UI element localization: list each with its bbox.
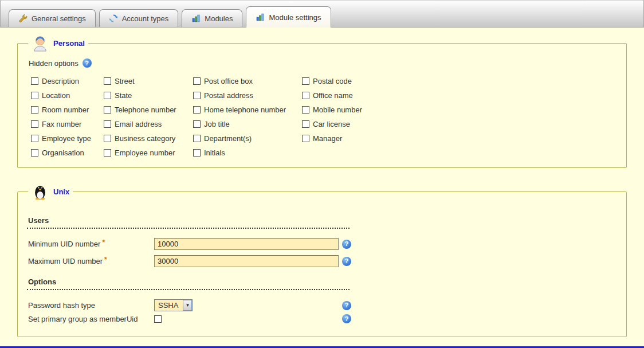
- checkbox[interactable]: [104, 135, 111, 142]
- checkbox-label: Employee type: [42, 134, 91, 143]
- hidden-option-mobile-number[interactable]: Mobile number: [302, 105, 617, 114]
- min-uid-input[interactable]: [154, 238, 339, 250]
- member-uid-label: Set primary group as memberUid: [28, 315, 154, 323]
- checkbox[interactable]: [31, 77, 38, 85]
- checkbox[interactable]: [104, 106, 111, 114]
- checkbox[interactable]: [104, 92, 111, 99]
- checkbox-label: Employee number: [115, 148, 175, 157]
- hidden-option-postal-address[interactable]: Postal address: [193, 91, 302, 100]
- checkbox-label: Location: [42, 91, 70, 100]
- unix-title: Unix: [53, 187, 69, 196]
- tab-label: Module settings: [269, 13, 321, 22]
- checkbox[interactable]: [104, 120, 111, 128]
- checkbox-label: Room number: [42, 105, 89, 114]
- password-hash-select[interactable]: SSHA: [154, 299, 193, 311]
- checkbox-label: Telephone number: [115, 105, 176, 114]
- hidden-option-business-category[interactable]: Business category: [104, 134, 193, 143]
- hidden-option-employee-type[interactable]: Employee type: [31, 134, 104, 143]
- checkbox-label: Business category: [115, 134, 175, 143]
- checkbox[interactable]: [302, 92, 309, 99]
- selected-value: SSHA: [155, 300, 183, 311]
- checkbox[interactable]: [193, 120, 201, 128]
- hidden-option-fax-number[interactable]: Fax number: [31, 120, 104, 128]
- person-icon: [32, 34, 49, 52]
- help-icon[interactable]: [342, 257, 351, 266]
- hidden-option-job-title[interactable]: Job title: [193, 120, 302, 128]
- hidden-option-initials[interactable]: Initials: [193, 148, 302, 157]
- member-uid-checkbox[interactable]: [154, 315, 162, 323]
- tab-account-types[interactable]: Account types: [99, 9, 179, 27]
- member-uid-row: Set primary group as memberUid: [27, 314, 617, 323]
- tab-modules[interactable]: Modules: [182, 9, 242, 27]
- hidden-option-location[interactable]: Location: [31, 91, 104, 100]
- hidden-option-room-number[interactable]: Room number: [31, 105, 104, 114]
- checkbox[interactable]: [31, 135, 38, 142]
- hidden-option-post-office-box[interactable]: Post office box: [193, 77, 302, 85]
- hidden-option-manager[interactable]: Manager: [302, 134, 617, 143]
- checkbox[interactable]: [193, 106, 201, 114]
- checkbox-label: State: [115, 91, 132, 100]
- required-marker: *: [104, 256, 107, 264]
- checkbox-label: Postal code: [313, 77, 352, 85]
- checkbox[interactable]: [302, 135, 309, 142]
- checkbox[interactable]: [104, 77, 111, 85]
- tab-module-settings[interactable]: Module settings: [246, 6, 331, 28]
- help-icon[interactable]: [342, 314, 351, 323]
- hidden-option-street[interactable]: Street: [104, 77, 193, 85]
- password-hash-row: Password hash type SSHA: [27, 299, 617, 311]
- checkbox-label: Email address: [115, 120, 162, 128]
- checkbox-label: Description: [42, 77, 79, 85]
- checkbox[interactable]: [193, 149, 201, 157]
- checkbox-label: Job title: [204, 120, 230, 128]
- checkbox[interactable]: [302, 120, 309, 128]
- checkbox[interactable]: [31, 149, 38, 157]
- checkbox[interactable]: [193, 92, 201, 99]
- hidden-option-email-address[interactable]: Email address: [104, 120, 193, 128]
- checkbox[interactable]: [104, 149, 111, 157]
- unix-legend: Unix: [28, 183, 73, 200]
- hidden-option-postal-code[interactable]: Postal code: [302, 77, 617, 85]
- max-uid-row: Maximum UID number*: [27, 255, 617, 267]
- checkbox[interactable]: [302, 106, 309, 114]
- checkbox-label: Postal address: [204, 91, 253, 100]
- checkbox[interactable]: [31, 120, 38, 128]
- hidden-option-home-telephone-number[interactable]: Home telephone number: [193, 105, 302, 114]
- checkbox-label: Post office box: [204, 77, 253, 85]
- hidden-option-telephone-number[interactable]: Telephone number: [104, 105, 193, 114]
- refresh-arrows-icon: [109, 14, 118, 23]
- checkbox-label: Mobile number: [313, 105, 362, 114]
- users-header: Users: [27, 215, 350, 229]
- checkbox-label: Manager: [313, 134, 342, 143]
- required-marker: *: [102, 238, 105, 247]
- checkbox[interactable]: [31, 106, 38, 114]
- hidden-option-state[interactable]: State: [104, 91, 193, 100]
- help-icon[interactable]: [342, 301, 351, 310]
- max-uid-input[interactable]: [154, 255, 339, 267]
- hidden-option-organisation[interactable]: Organisation: [31, 148, 104, 157]
- min-uid-label: Minimum UID number*: [28, 240, 154, 248]
- tux-penguin-icon: [32, 183, 49, 200]
- hidden-option-departments[interactable]: Department(s): [193, 134, 302, 143]
- checkbox-label: Home telephone number: [204, 105, 286, 114]
- options-header: Options: [27, 276, 350, 290]
- hidden-option-car-license[interactable]: Car license: [302, 120, 617, 128]
- unix-section: Unix Users Minimum UID number* Maximum U…: [17, 183, 627, 337]
- tab-label: General settings: [32, 14, 86, 23]
- checkbox-label: Initials: [204, 148, 225, 157]
- checkbox[interactable]: [302, 77, 309, 85]
- checkbox[interactable]: [193, 77, 201, 85]
- hidden-option-employee-number[interactable]: Employee number: [104, 148, 193, 157]
- hidden-options-row: Hidden options: [29, 58, 617, 68]
- tab-general-settings[interactable]: General settings: [9, 9, 96, 27]
- help-icon[interactable]: [83, 58, 92, 68]
- checkbox[interactable]: [31, 92, 38, 99]
- checkbox-label: Car license: [313, 120, 350, 128]
- help-icon[interactable]: [342, 240, 351, 249]
- checkbox-label: Fax number: [42, 120, 81, 128]
- hidden-option-description[interactable]: Description: [31, 77, 104, 85]
- hidden-options-label: Hidden options: [29, 59, 78, 68]
- checkbox[interactable]: [193, 135, 201, 142]
- checkbox-label: Department(s): [204, 134, 252, 143]
- wrench-icon: [18, 14, 28, 23]
- hidden-option-office-name[interactable]: Office name: [302, 91, 617, 100]
